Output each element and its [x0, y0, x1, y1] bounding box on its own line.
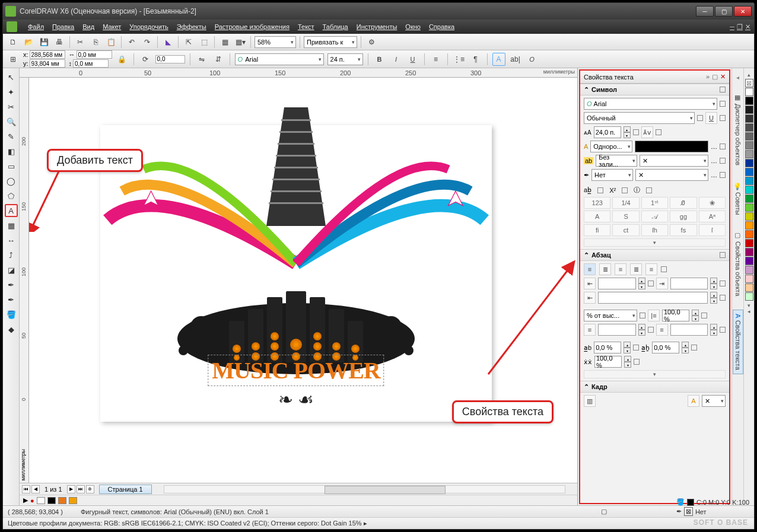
outline-color[interactable]: ✕ — [635, 169, 708, 181]
outline-lock[interactable] — [720, 172, 726, 178]
outline-tool[interactable]: ✒ — [5, 293, 18, 306]
import-button[interactable]: ◣ — [161, 36, 174, 49]
fill-more[interactable]: … — [711, 143, 717, 150]
palette-swatch-0[interactable] — [745, 88, 753, 96]
font-combo[interactable]: OArial — [235, 53, 324, 65]
text-tool[interactable]: A — [5, 204, 18, 217]
if-lock[interactable] — [720, 281, 726, 286]
palette-swatch-22[interactable] — [745, 283, 753, 292]
sa-lock[interactable] — [720, 327, 726, 333]
side-tab-hints[interactable]: 💡Советы — [733, 179, 743, 218]
kerning-button[interactable]: ᴀ̄ᴠ — [641, 126, 653, 138]
side-expand-button[interactable]: ◂ — [736, 74, 739, 81]
size-spinner[interactable]: ▴▾ — [624, 126, 631, 138]
snap-combo[interactable]: Привязать к — [304, 36, 357, 48]
open-button[interactable]: 📂 — [22, 36, 35, 49]
ot-smallcap[interactable]: Aᵃ — [699, 211, 726, 222]
doc-swatch-4[interactable] — [69, 497, 77, 504]
lock-ratio-button[interactable]: 🔒 — [116, 53, 129, 66]
bg-lock[interactable] — [720, 158, 726, 164]
freehand-tool[interactable]: ✎ — [5, 130, 18, 143]
indent-right[interactable] — [598, 292, 708, 304]
palette-swatch-18[interactable] — [745, 248, 753, 256]
crop-tool[interactable]: ✂ — [5, 100, 18, 113]
kc-lock[interactable] — [634, 359, 640, 365]
palette-down-button[interactable]: ▾ — [748, 302, 750, 308]
space-after[interactable] — [670, 324, 708, 336]
docker-collapse-button[interactable]: » — [706, 73, 710, 81]
style-lock[interactable] — [697, 115, 703, 121]
bold-button[interactable]: B — [373, 53, 386, 66]
close-button[interactable]: ✕ — [734, 6, 752, 17]
ot-123[interactable]: 123 — [584, 197, 610, 209]
width-input[interactable]: 0,0 мм — [77, 50, 112, 59]
italic-button[interactable]: I — [390, 53, 403, 66]
align-lock[interactable] — [661, 266, 667, 272]
space-before[interactable] — [598, 324, 636, 336]
page-tab[interactable]: Страница 1 — [99, 485, 152, 494]
line-spacing-input[interactable]: 100,0 % — [662, 310, 689, 321]
palette-swatch-17[interactable] — [745, 239, 753, 247]
kern-lock[interactable] — [656, 129, 661, 135]
dimension-tool[interactable]: ↔ — [5, 234, 18, 247]
outline-more[interactable]: … — [711, 171, 717, 179]
il-sp[interactable]: ▴▾ — [638, 278, 645, 289]
paragraph-expand[interactable]: ▾ — [584, 370, 726, 378]
section-paragraph-head[interactable]: ⌃Абзац — [580, 249, 729, 261]
menu-table[interactable]: Таблица — [323, 23, 348, 30]
interactive-fill-tool[interactable]: ◆ — [5, 323, 18, 336]
no-color-swatch[interactable]: ⊠ — [745, 79, 753, 87]
doc-swatch-3[interactable] — [58, 497, 66, 504]
docker-font-combo[interactable]: OArial — [584, 98, 717, 110]
docker-undock-button[interactable]: ▢ — [712, 73, 718, 81]
ir-sp[interactable]: ▴▾ — [710, 292, 717, 304]
char-kern-a[interactable]: 0,0 % — [594, 342, 621, 353]
record-icon[interactable]: ● — [30, 497, 34, 504]
mirror-v-button[interactable]: ⇵ — [212, 53, 225, 66]
palette-swatch-11[interactable] — [745, 186, 753, 194]
palette-swatch-1[interactable] — [745, 97, 753, 105]
pick-tool[interactable]: ↖ — [5, 71, 18, 84]
menu-arrange[interactable]: Упорядочить — [129, 23, 168, 30]
app-menu-icon[interactable] — [7, 21, 17, 32]
ka-lock[interactable] — [633, 345, 639, 351]
fill-tool[interactable]: 🪣 — [5, 308, 18, 321]
c3[interactable] — [646, 187, 652, 193]
palette-swatch-19[interactable] — [745, 257, 753, 265]
ot-a1[interactable]: A — [584, 211, 610, 222]
palette-swatch-10[interactable] — [745, 177, 753, 185]
minimize-button[interactable]: ─ — [696, 6, 714, 17]
ot-gg[interactable]: gg — [670, 211, 696, 222]
cut-button[interactable]: ✂ — [74, 36, 87, 49]
menu-text[interactable]: Текст — [298, 23, 314, 30]
sm-lock[interactable] — [640, 313, 645, 318]
align-force-button[interactable]: ≡ — [645, 263, 657, 275]
bg-color[interactable]: ✕ — [640, 155, 708, 167]
palette-swatch-15[interactable] — [745, 221, 753, 230]
page-next-button[interactable]: ▶ — [67, 485, 75, 493]
kb-lock[interactable] — [691, 345, 697, 351]
symbol-expand[interactable]: ▾ — [584, 238, 726, 247]
spacing-mode-combo[interactable]: % от выс... — [584, 310, 637, 321]
launch-button[interactable]: ▦ — [218, 36, 231, 49]
ellipse-tool[interactable]: ◯ — [5, 174, 18, 187]
x-input[interactable]: 288,568 мм — [30, 50, 65, 59]
super-icon[interactable]: X² — [609, 187, 616, 194]
palette-swatch-8[interactable] — [745, 159, 753, 167]
il-lock[interactable] — [648, 281, 654, 286]
menu-layout[interactable]: Макет — [103, 23, 121, 30]
ot-ord[interactable]: 1ˢᵗ — [641, 197, 668, 209]
play-icon[interactable]: ▶ — [23, 496, 28, 504]
options-button[interactable]: ⚙ — [365, 36, 378, 49]
proof-icon[interactable]: ▢ — [601, 508, 607, 515]
u-lock[interactable] — [720, 115, 726, 121]
sb-sp[interactable]: ▴▾ — [638, 324, 645, 336]
palette-swatch-3[interactable] — [745, 114, 753, 123]
menu-file[interactable]: Файл — [28, 23, 44, 30]
sa-sp[interactable]: ▴▾ — [710, 324, 717, 336]
doc-restore-button[interactable]: ❐ — [737, 23, 743, 31]
ka-sp[interactable]: ▴▾ — [624, 342, 631, 353]
y-input[interactable]: 93,804 мм — [30, 59, 65, 68]
print-button[interactable]: 🖶 — [53, 36, 66, 49]
menu-tools[interactable]: Инструменты — [357, 23, 397, 30]
